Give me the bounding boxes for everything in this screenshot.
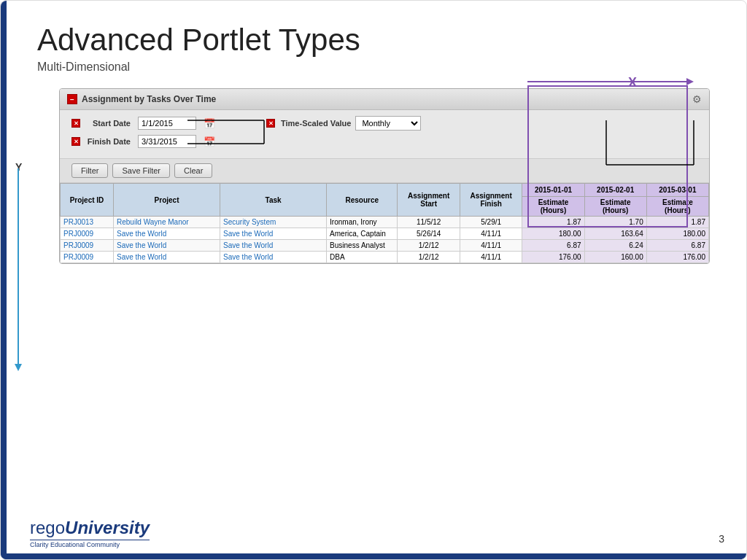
col-est-feb: Estimate (Hours) bbox=[584, 197, 646, 217]
x-axis-arrowhead bbox=[686, 78, 694, 85]
cell-project: Save the World bbox=[114, 228, 220, 240]
cell-resource: Business Analyst bbox=[327, 240, 398, 252]
time-scaled-select[interactable]: Monthly bbox=[355, 116, 421, 131]
table-body: PRJ0013 Rebuild Wayne Manor Security Sys… bbox=[61, 217, 709, 263]
cell-est-feb: 6.24 bbox=[584, 240, 646, 252]
table-row: PRJ0009 Save the World Save the World Am… bbox=[61, 228, 709, 240]
left-border bbox=[1, 1, 7, 559]
start-date-label: Start Date bbox=[83, 119, 131, 128]
col-2015-02: 2015-02-01 bbox=[584, 184, 646, 197]
portlet-wrapper: − Assignment by Tasks Over Time ⚙ ✕ Star… bbox=[59, 88, 710, 264]
col-project-id: Project ID bbox=[61, 184, 114, 217]
col-assign-start: Assignment Start bbox=[398, 184, 460, 217]
finish-date-required-icon: ✕ bbox=[71, 137, 80, 146]
portlet-collapse-icon[interactable]: − bbox=[67, 94, 77, 104]
logo-divider bbox=[30, 540, 150, 540]
cell-project-id: PRJ0013 bbox=[61, 217, 114, 228]
time-scaled-required-icon: ✕ bbox=[266, 119, 275, 128]
col-est-mar: Estimate (Hours) bbox=[646, 197, 708, 217]
cell-est-jan: 6.87 bbox=[522, 240, 584, 252]
time-scaled-label-group: ✕ Time-Scaled Value bbox=[266, 119, 351, 128]
cell-assign-start: 11/5/12 bbox=[398, 217, 460, 228]
portlet-body: Project ID Project Task Resource Assignm… bbox=[60, 183, 709, 263]
cell-task: Save the World bbox=[220, 240, 327, 252]
clear-button[interactable]: Clear bbox=[174, 163, 212, 178]
cell-project: Save the World bbox=[114, 252, 220, 263]
table-row: PRJ0013 Rebuild Wayne Manor Security Sys… bbox=[61, 217, 709, 228]
cell-project: Save the World bbox=[114, 240, 220, 252]
start-date-required-icon: ✕ bbox=[71, 119, 80, 128]
start-date-label-group: ✕ Start Date bbox=[71, 119, 131, 128]
x-axis-arrow bbox=[527, 81, 688, 82]
start-date-calendar-icon[interactable]: 📅 bbox=[204, 118, 215, 129]
cell-est-jan: 180.00 bbox=[522, 228, 584, 240]
portlet-title-area: − Assignment by Tasks Over Time bbox=[67, 94, 216, 104]
slide-subtitle: Multi-Dimensional bbox=[37, 61, 717, 74]
y-axis-arrow bbox=[18, 168, 19, 365]
filter-button[interactable]: Filter bbox=[71, 163, 108, 178]
cell-est-mar: 176.00 bbox=[646, 252, 708, 263]
col-project: Project bbox=[114, 184, 220, 217]
cell-task: Save the World bbox=[220, 228, 327, 240]
start-date-input[interactable] bbox=[138, 117, 196, 130]
portlet-header: − Assignment by Tasks Over Time ⚙ bbox=[60, 89, 709, 110]
logo-text: regoUniversity bbox=[30, 518, 150, 538]
col-est-jan: Estimate (Hours) bbox=[522, 197, 584, 217]
col-resource: Resource bbox=[327, 184, 398, 217]
cell-assign-start: 1/2/12 bbox=[398, 240, 460, 252]
portlet-title-text: Assignment by Tasks Over Time bbox=[82, 94, 216, 104]
gear-icon[interactable]: ⚙ bbox=[692, 93, 702, 105]
finish-date-row: ✕ Finish Date 📅 bbox=[71, 135, 697, 148]
portlet-buttons: Filter Save Filter Clear bbox=[60, 159, 709, 183]
cell-est-feb: 1.70 bbox=[584, 217, 646, 228]
portlet: − Assignment by Tasks Over Time ⚙ ✕ Star… bbox=[59, 88, 710, 264]
table-header-row: Project ID Project Task Resource Assignm… bbox=[61, 184, 709, 197]
start-date-row: ✕ Start Date 📅 ✕ Time-Scaled Value Month… bbox=[71, 116, 697, 131]
cell-task: Security System bbox=[220, 217, 327, 228]
col-2015-03: 2015-03-01 bbox=[646, 184, 708, 197]
cell-assign-finish: 4/11/1 bbox=[460, 240, 522, 252]
col-assign-finish: Assignment Finish bbox=[460, 184, 522, 217]
cell-assign-finish: 4/11/1 bbox=[460, 228, 522, 240]
cell-project-id: PRJ0009 bbox=[61, 228, 114, 240]
cell-assign-start: 5/26/14 bbox=[398, 228, 460, 240]
col-task: Task bbox=[220, 184, 327, 217]
cell-est-feb: 163.64 bbox=[584, 228, 646, 240]
time-scaled-label: Time-Scaled Value bbox=[281, 119, 351, 128]
finish-date-calendar-icon[interactable]: 📅 bbox=[204, 136, 215, 147]
cell-project-id: PRJ0009 bbox=[61, 252, 114, 263]
cell-assign-start: 1/2/12 bbox=[398, 252, 460, 263]
page-number: 3 bbox=[719, 533, 724, 545]
cell-task: Save the World bbox=[220, 252, 327, 263]
cell-resource: America, Captain bbox=[327, 228, 398, 240]
bottom-border bbox=[1, 553, 746, 559]
cell-est-mar: 180.00 bbox=[646, 228, 708, 240]
cell-project: Rebuild Wayne Manor bbox=[114, 217, 220, 228]
slide-title: Advanced Portlet Types bbox=[37, 23, 717, 58]
cell-resource: Ironman, Irony bbox=[327, 217, 398, 228]
cell-est-feb: 160.00 bbox=[584, 252, 646, 263]
table-row: PRJ0009 Save the World Save the World Bu… bbox=[61, 240, 709, 252]
table-row: PRJ0009 Save the World Save the World DB… bbox=[61, 252, 709, 263]
cell-project-id: PRJ0009 bbox=[61, 240, 114, 252]
cell-est-jan: 176.00 bbox=[522, 252, 584, 263]
time-scaled-group: ✕ Time-Scaled Value Monthly bbox=[266, 116, 421, 131]
cell-assign-finish: 5/29/1 bbox=[460, 217, 522, 228]
logo-brand: rego bbox=[30, 518, 65, 537]
portlet-table-container: Project ID Project Task Resource Assignm… bbox=[60, 183, 709, 263]
finish-date-label-group: ✕ Finish Date bbox=[71, 137, 131, 146]
portlet-filters: ✕ Start Date 📅 ✕ Time-Scaled Value Month… bbox=[60, 110, 709, 159]
col-2015-01: 2015-01-01 bbox=[522, 184, 584, 197]
portlet-table: Project ID Project Task Resource Assignm… bbox=[60, 183, 709, 263]
cell-assign-finish: 4/11/1 bbox=[460, 252, 522, 263]
cell-resource: DBA bbox=[327, 252, 398, 263]
cell-est-jan: 1.87 bbox=[522, 217, 584, 228]
save-filter-button[interactable]: Save Filter bbox=[112, 163, 170, 178]
finish-date-input[interactable] bbox=[138, 135, 196, 148]
cell-est-mar: 6.87 bbox=[646, 240, 708, 252]
finish-date-label: Finish Date bbox=[83, 137, 131, 146]
logo-tagline: Clarity Educational Community bbox=[30, 541, 120, 548]
logo-area: regoUniversity Clarity Educational Commu… bbox=[30, 518, 150, 548]
logo-university: University bbox=[65, 518, 150, 537]
cell-est-mar: 1.87 bbox=[646, 217, 708, 228]
